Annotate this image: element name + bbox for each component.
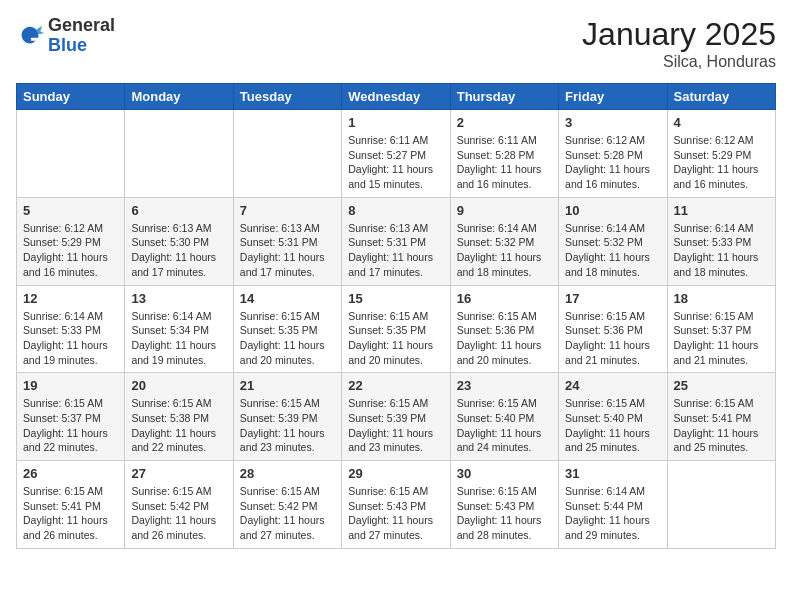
day-number: 5: [23, 203, 118, 218]
calendar-cell: 15Sunrise: 6:15 AMSunset: 5:35 PMDayligh…: [342, 285, 450, 373]
day-info: Sunrise: 6:14 AMSunset: 5:32 PMDaylight:…: [457, 221, 552, 280]
day-info: Sunrise: 6:15 AMSunset: 5:40 PMDaylight:…: [565, 396, 660, 455]
calendar-cell: 13Sunrise: 6:14 AMSunset: 5:34 PMDayligh…: [125, 285, 233, 373]
day-info: Sunrise: 6:14 AMSunset: 5:33 PMDaylight:…: [23, 309, 118, 368]
day-number: 11: [674, 203, 769, 218]
calendar-week-row: 1Sunrise: 6:11 AMSunset: 5:27 PMDaylight…: [17, 110, 776, 198]
day-info: Sunrise: 6:11 AMSunset: 5:27 PMDaylight:…: [348, 133, 443, 192]
day-number: 16: [457, 291, 552, 306]
day-info: Sunrise: 6:15 AMSunset: 5:37 PMDaylight:…: [23, 396, 118, 455]
calendar-cell: 5Sunrise: 6:12 AMSunset: 5:29 PMDaylight…: [17, 197, 125, 285]
day-number: 21: [240, 378, 335, 393]
day-info: Sunrise: 6:15 AMSunset: 5:41 PMDaylight:…: [23, 484, 118, 543]
day-info: Sunrise: 6:15 AMSunset: 5:37 PMDaylight:…: [674, 309, 769, 368]
calendar-cell: 8Sunrise: 6:13 AMSunset: 5:31 PMDaylight…: [342, 197, 450, 285]
day-info: Sunrise: 6:13 AMSunset: 5:31 PMDaylight:…: [348, 221, 443, 280]
day-info: Sunrise: 6:14 AMSunset: 5:34 PMDaylight:…: [131, 309, 226, 368]
weekday-header-row: SundayMondayTuesdayWednesdayThursdayFrid…: [17, 84, 776, 110]
day-number: 17: [565, 291, 660, 306]
calendar-cell: 7Sunrise: 6:13 AMSunset: 5:31 PMDaylight…: [233, 197, 341, 285]
calendar-cell: 3Sunrise: 6:12 AMSunset: 5:28 PMDaylight…: [559, 110, 667, 198]
weekday-header-wednesday: Wednesday: [342, 84, 450, 110]
day-info: Sunrise: 6:12 AMSunset: 5:29 PMDaylight:…: [23, 221, 118, 280]
calendar-cell: [17, 110, 125, 198]
day-number: 25: [674, 378, 769, 393]
day-number: 30: [457, 466, 552, 481]
calendar-cell: [233, 110, 341, 198]
calendar-cell: [125, 110, 233, 198]
day-number: 8: [348, 203, 443, 218]
calendar-cell: 26Sunrise: 6:15 AMSunset: 5:41 PMDayligh…: [17, 461, 125, 549]
calendar-cell: 17Sunrise: 6:15 AMSunset: 5:36 PMDayligh…: [559, 285, 667, 373]
day-number: 27: [131, 466, 226, 481]
calendar-cell: 18Sunrise: 6:15 AMSunset: 5:37 PMDayligh…: [667, 285, 775, 373]
day-number: 2: [457, 115, 552, 130]
logo-general-text: General: [48, 16, 115, 36]
day-info: Sunrise: 6:15 AMSunset: 5:39 PMDaylight:…: [240, 396, 335, 455]
location-title: Silca, Honduras: [582, 53, 776, 71]
day-number: 19: [23, 378, 118, 393]
weekday-header-sunday: Sunday: [17, 84, 125, 110]
calendar-week-row: 26Sunrise: 6:15 AMSunset: 5:41 PMDayligh…: [17, 461, 776, 549]
day-number: 13: [131, 291, 226, 306]
calendar-cell: 30Sunrise: 6:15 AMSunset: 5:43 PMDayligh…: [450, 461, 558, 549]
day-number: 24: [565, 378, 660, 393]
weekday-header-monday: Monday: [125, 84, 233, 110]
month-title: January 2025: [582, 16, 776, 53]
day-number: 14: [240, 291, 335, 306]
title-block: January 2025 Silca, Honduras: [582, 16, 776, 71]
calendar-cell: 27Sunrise: 6:15 AMSunset: 5:42 PMDayligh…: [125, 461, 233, 549]
page-header: General Blue January 2025 Silca, Hondura…: [16, 16, 776, 71]
day-number: 28: [240, 466, 335, 481]
weekday-header-friday: Friday: [559, 84, 667, 110]
day-number: 22: [348, 378, 443, 393]
day-info: Sunrise: 6:14 AMSunset: 5:44 PMDaylight:…: [565, 484, 660, 543]
day-info: Sunrise: 6:15 AMSunset: 5:43 PMDaylight:…: [348, 484, 443, 543]
calendar-cell: 6Sunrise: 6:13 AMSunset: 5:30 PMDaylight…: [125, 197, 233, 285]
day-number: 6: [131, 203, 226, 218]
weekday-header-tuesday: Tuesday: [233, 84, 341, 110]
day-info: Sunrise: 6:11 AMSunset: 5:28 PMDaylight:…: [457, 133, 552, 192]
day-info: Sunrise: 6:15 AMSunset: 5:35 PMDaylight:…: [240, 309, 335, 368]
calendar-cell: 4Sunrise: 6:12 AMSunset: 5:29 PMDaylight…: [667, 110, 775, 198]
day-number: 4: [674, 115, 769, 130]
day-number: 9: [457, 203, 552, 218]
day-number: 15: [348, 291, 443, 306]
day-number: 18: [674, 291, 769, 306]
calendar-cell: 16Sunrise: 6:15 AMSunset: 5:36 PMDayligh…: [450, 285, 558, 373]
calendar-cell: 22Sunrise: 6:15 AMSunset: 5:39 PMDayligh…: [342, 373, 450, 461]
day-number: 31: [565, 466, 660, 481]
calendar-table: SundayMondayTuesdayWednesdayThursdayFrid…: [16, 83, 776, 549]
calendar-cell: [667, 461, 775, 549]
weekday-header-thursday: Thursday: [450, 84, 558, 110]
day-info: Sunrise: 6:15 AMSunset: 5:35 PMDaylight:…: [348, 309, 443, 368]
calendar-cell: 25Sunrise: 6:15 AMSunset: 5:41 PMDayligh…: [667, 373, 775, 461]
weekday-header-saturday: Saturday: [667, 84, 775, 110]
logo-icon: [16, 22, 44, 50]
calendar-cell: 21Sunrise: 6:15 AMSunset: 5:39 PMDayligh…: [233, 373, 341, 461]
calendar-cell: 19Sunrise: 6:15 AMSunset: 5:37 PMDayligh…: [17, 373, 125, 461]
calendar-cell: 11Sunrise: 6:14 AMSunset: 5:33 PMDayligh…: [667, 197, 775, 285]
calendar-cell: 9Sunrise: 6:14 AMSunset: 5:32 PMDaylight…: [450, 197, 558, 285]
day-info: Sunrise: 6:13 AMSunset: 5:30 PMDaylight:…: [131, 221, 226, 280]
calendar-cell: 12Sunrise: 6:14 AMSunset: 5:33 PMDayligh…: [17, 285, 125, 373]
day-info: Sunrise: 6:12 AMSunset: 5:28 PMDaylight:…: [565, 133, 660, 192]
day-info: Sunrise: 6:15 AMSunset: 5:39 PMDaylight:…: [348, 396, 443, 455]
calendar-week-row: 5Sunrise: 6:12 AMSunset: 5:29 PMDaylight…: [17, 197, 776, 285]
calendar-cell: 10Sunrise: 6:14 AMSunset: 5:32 PMDayligh…: [559, 197, 667, 285]
day-info: Sunrise: 6:15 AMSunset: 5:43 PMDaylight:…: [457, 484, 552, 543]
day-info: Sunrise: 6:13 AMSunset: 5:31 PMDaylight:…: [240, 221, 335, 280]
calendar-cell: 2Sunrise: 6:11 AMSunset: 5:28 PMDaylight…: [450, 110, 558, 198]
day-number: 10: [565, 203, 660, 218]
day-info: Sunrise: 6:14 AMSunset: 5:33 PMDaylight:…: [674, 221, 769, 280]
day-info: Sunrise: 6:15 AMSunset: 5:40 PMDaylight:…: [457, 396, 552, 455]
day-info: Sunrise: 6:15 AMSunset: 5:42 PMDaylight:…: [240, 484, 335, 543]
day-number: 3: [565, 115, 660, 130]
day-info: Sunrise: 6:15 AMSunset: 5:36 PMDaylight:…: [457, 309, 552, 368]
day-number: 23: [457, 378, 552, 393]
day-info: Sunrise: 6:15 AMSunset: 5:38 PMDaylight:…: [131, 396, 226, 455]
calendar-cell: 31Sunrise: 6:14 AMSunset: 5:44 PMDayligh…: [559, 461, 667, 549]
calendar-week-row: 12Sunrise: 6:14 AMSunset: 5:33 PMDayligh…: [17, 285, 776, 373]
day-info: Sunrise: 6:15 AMSunset: 5:36 PMDaylight:…: [565, 309, 660, 368]
day-number: 1: [348, 115, 443, 130]
